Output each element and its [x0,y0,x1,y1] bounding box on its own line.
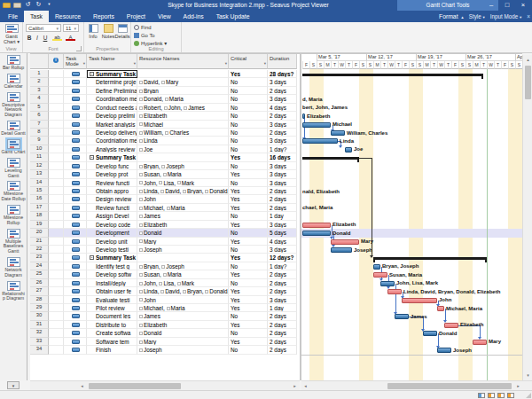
cell-task-name[interactable]: Design review [87,195,137,203]
cell-info[interactable] [49,187,64,195]
cell-duration[interactable]: 4 days [268,104,297,112]
gantt-bar[interactable] [302,138,338,144]
table-row-number[interactable]: 32 [30,329,49,337]
close-button[interactable]: × [515,0,531,11]
gantt-bar[interactable] [380,281,395,286]
cell-resource-names[interactable]: Elizabeth [137,221,229,229]
table-row-number[interactable]: 14 [30,179,49,187]
tab-resource[interactable]: Resource [49,11,87,22]
save-icon[interactable] [13,3,21,8]
summary-bar[interactable] [373,257,487,260]
cell-duration[interactable]: 2 days [268,321,297,329]
cell-resource-names[interactable]: Linda [137,137,229,145]
cell-resource-names[interactable]: John [137,195,229,203]
view-bar-item-leveling-gantt[interactable]: Leveling Gantt [0,156,27,180]
cell-resource-names[interactable]: James [137,212,229,220]
cell-info[interactable] [49,212,64,220]
table-row-number[interactable]: 28 [30,296,49,304]
table-row-number[interactable]: 4 [30,95,49,103]
cell-task-mode[interactable] [64,287,87,295]
cell-task-name[interactable]: Create softwa [87,329,137,337]
table-row-number[interactable]: 15 [30,187,49,195]
table-row-number[interactable]: 23 [30,254,49,262]
cell-task-mode[interactable] [64,170,87,178]
tab-view[interactable]: View [152,11,177,22]
cell-critical[interactable]: Yes [229,221,268,229]
cell-duration[interactable]: 2 days [268,195,297,203]
cell-info[interactable] [49,254,64,262]
cell-info[interactable] [49,70,64,78]
cell-task-name[interactable]: Install/deply [87,279,137,287]
cell-task-mode[interactable] [64,162,87,170]
cell-duration[interactable]: 2 days [268,346,297,354]
table-row-number[interactable]: 16 [30,195,49,203]
cell-resource-names[interactable]: Elizabeth [137,321,229,329]
cell-info[interactable] [49,262,64,270]
filter-dropdown-icon[interactable]: ▾ [134,62,136,66]
cell-resource-names[interactable]: Susan, Maria [137,170,229,178]
font-size-combobox[interactable]: ▾11 [63,24,79,32]
cell-duration[interactable]: 2 days [268,312,297,320]
find-button[interactable]: Find [134,24,151,31]
view-bar-item-multiple-baselines-gantt[interactable]: Multiple Baselines Gantt [0,227,27,255]
cell-info[interactable] [49,229,64,237]
cell-critical[interactable]: No [229,312,268,320]
cell-critical[interactable]: No [229,329,268,337]
view-bar-item-relationship-diagram[interactable]: Relationship Diagram [0,279,27,303]
cell-duration[interactable]: 2 days [268,129,297,137]
column-header-duration[interactable]: Duration [268,54,297,69]
cell-task-mode[interactable] [64,70,87,78]
gantt-bar[interactable] [302,231,331,236]
cell-duration[interactable]: 5 days [268,229,297,237]
info-button[interactable]: Info [85,24,101,39]
view-bar-item-network-diagram[interactable]: Network Diagram [0,255,27,279]
goto-button[interactable]: Go To [134,32,155,39]
gantt-view-shortcut-icon[interactable] [478,393,485,398]
cell-duration[interactable]: 2 days [268,204,297,212]
tab-taskupdate[interactable]: Task Update [210,11,256,22]
cell-info[interactable] [49,104,64,112]
cell-task-name[interactable]: -Summary Task 1 [87,254,137,262]
cell-task-name[interactable]: Document les [87,312,137,320]
cell-info[interactable] [49,329,64,337]
table-row-number[interactable]: 5 [30,104,49,112]
cell-task-mode[interactable] [64,329,87,337]
table-row-number[interactable]: 25 [30,270,49,278]
table-row-number[interactable]: 34 [30,346,49,354]
cell-task-mode[interactable] [64,346,87,354]
cell-task-name[interactable]: Review functi [87,204,137,212]
table-row-number[interactable]: 3 [30,87,49,95]
cell-resource-names[interactable]: Joseph [137,346,229,354]
cell-resource-names[interactable]: Robert, John, James [137,104,229,112]
cell-resource-names[interactable]: John, Lisa, Mark [137,179,229,187]
cell-duration[interactable]: 3 days [268,121,297,129]
cell-task-name[interactable]: Coordination me [87,95,137,103]
table-row-number[interactable]: 31 [30,321,49,329]
tab-format[interactable]: Format [433,11,465,22]
cell-task-mode[interactable] [64,270,87,278]
cell-task-mode[interactable] [64,254,87,262]
cell-critical[interactable]: No [229,129,268,137]
cell-info[interactable] [49,238,64,246]
cell-info[interactable] [49,346,64,354]
cell-task-mode[interactable] [64,321,87,329]
cell-duration[interactable]: 3 days [268,221,297,229]
column-header-task-mode[interactable]: Task Mode▾ [64,54,87,69]
view-bar-item-descriptive-network-diagram[interactable]: Descriptive Network Diagram [0,90,27,119]
cell-task-name[interactable]: Assign Devel [87,212,137,220]
table-row-number[interactable]: 9 [30,137,49,145]
cell-task-mode[interactable] [64,229,87,237]
cell-info[interactable] [49,204,64,212]
filter-dropdown-icon[interactable]: ▾ [264,62,266,66]
table-row-number[interactable]: 1 [30,70,49,78]
cell-task-mode[interactable] [64,187,87,195]
cell-resource-names[interactable] [137,70,229,78]
table-row-number[interactable]: 13 [30,170,49,178]
cell-info[interactable] [49,270,64,278]
view-bar-item-bar-rollup[interactable]: Bar Rollup [0,53,27,72]
cell-critical[interactable]: No [229,78,268,86]
cell-duration[interactable]: 2 days [268,338,297,346]
cell-info[interactable] [49,78,64,86]
cell-critical[interactable]: Yes [229,321,268,329]
vscroll-thumb[interactable] [525,66,531,99]
